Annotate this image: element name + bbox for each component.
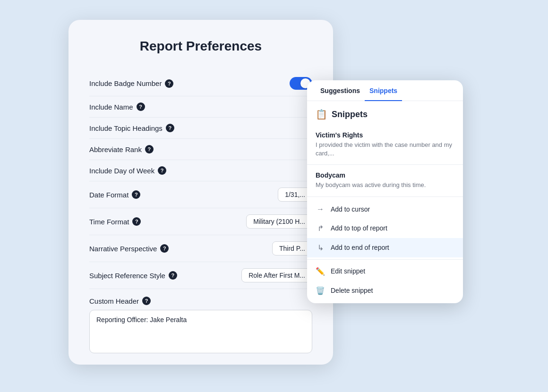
page-title: Report Preferences [89, 39, 312, 54]
include-name-help-icon[interactable]: ? [137, 102, 145, 111]
edit-snippet-label: Edit snippet [331, 267, 365, 275]
include-day-label: Include Day of Week [89, 167, 154, 175]
narrative-perspective-dropdown[interactable]: Third P... [272, 241, 312, 256]
add-to-end-icon: ↳ [316, 243, 325, 252]
custom-header-help-icon[interactable]: ? [142, 297, 151, 305]
subject-ref-dropdown[interactable]: Role After First M... [241, 268, 312, 282]
custom-header-label-text: Custom Header [89, 297, 139, 305]
snippets-icon: 📋 [316, 109, 327, 120]
action-menu: → Add to cursor ↱ Add to top of report ↳… [307, 197, 463, 303]
time-format-label: Time Format [89, 218, 129, 226]
narrative-perspective-label: Narrative Perspective [89, 245, 157, 253]
add-to-cursor-label: Add to cursor [331, 205, 370, 213]
snippets-section-header: 📋 Snippets [307, 101, 463, 125]
pref-row-time-format: Time Format ? Military (2100 H... [89, 208, 312, 235]
pref-row-name: Include Name ? [89, 96, 312, 118]
pref-row-subject-ref: Subject Reference Style ? Role After Fir… [89, 262, 312, 289]
snippet-victims-rights-preview: I provided the victim with the case numb… [316, 141, 454, 158]
snippets-heading: Snippets [332, 110, 368, 119]
delete-snippet-action[interactable]: 🗑️ Delete snippet [307, 281, 463, 300]
tab-snippets[interactable]: Snippets [365, 80, 402, 101]
add-to-cursor-action[interactable]: → Add to cursor [307, 200, 463, 219]
snippet-victims-rights-title: Victim's Rights [316, 131, 454, 139]
pref-row-date-format: Date Format ? 1/31,... [89, 181, 312, 208]
custom-header-input[interactable] [89, 310, 312, 353]
edit-snippet-action[interactable]: ✏️ Edit snippet [307, 262, 463, 281]
badge-number-help-icon[interactable]: ? [165, 79, 173, 88]
delete-snippet-icon: 🗑️ [316, 286, 325, 295]
time-format-help-icon[interactable]: ? [132, 217, 141, 226]
narrative-perspective-help-icon[interactable]: ? [160, 244, 169, 253]
pref-row-narrative: Narrative Perspective ? Third P... [89, 235, 312, 262]
snippets-card: Suggestions Snippets 📋 Snippets Victim's… [307, 80, 463, 303]
add-to-end-action[interactable]: ↳ Add to end of report [307, 238, 463, 257]
include-topic-help-icon[interactable]: ? [166, 124, 174, 132]
menu-divider [307, 259, 463, 260]
custom-header-section: Custom Header ? [89, 297, 312, 355]
time-format-dropdown[interactable]: Military (2100 H... [246, 214, 312, 229]
snippet-victims-rights[interactable]: Victim's Rights I provided the victim wi… [307, 125, 463, 165]
date-format-label: Date Format [89, 191, 128, 199]
badge-number-label: Include Badge Number [89, 79, 162, 87]
include-topic-label: Include Topic Headings [89, 124, 163, 132]
abbreviate-rank-help-icon[interactable]: ? [145, 145, 154, 153]
pref-row-topic: Include Topic Headings ? [89, 118, 312, 139]
add-to-end-label: Add to end of report [331, 244, 389, 251]
preferences-card: Report Preferences Include Badge Number … [68, 20, 333, 365]
snippet-bodycam-preview: My bodycam was active during this time. [316, 181, 454, 189]
tab-suggestions[interactable]: Suggestions [316, 80, 365, 101]
edit-snippet-icon: ✏️ [316, 267, 325, 276]
tabs-row: Suggestions Snippets [307, 80, 463, 101]
pref-row-rank: Abbreviate Rank ? [89, 139, 312, 160]
add-to-top-action[interactable]: ↱ Add to top of report [307, 219, 463, 238]
include-day-help-icon[interactable]: ? [158, 166, 166, 175]
date-format-help-icon[interactable]: ? [132, 190, 140, 199]
pref-row-day: Include Day of Week ? [89, 160, 312, 181]
pref-row-badge: Include Badge Number ? [89, 71, 312, 96]
subject-ref-help-icon[interactable]: ? [169, 271, 177, 280]
add-to-top-label: Add to top of report [331, 224, 387, 232]
abbreviate-rank-label: Abbreviate Rank [89, 145, 142, 153]
add-to-cursor-icon: → [316, 205, 325, 213]
snippet-bodycam-title: Bodycam [316, 171, 454, 179]
include-name-label: Include Name [89, 103, 133, 111]
snippet-bodycam[interactable]: Bodycam My bodycam was active during thi… [307, 165, 463, 196]
subject-ref-label: Subject Reference Style [89, 272, 165, 280]
delete-snippet-label: Delete snippet [331, 287, 373, 294]
add-to-top-icon: ↱ [316, 224, 325, 233]
